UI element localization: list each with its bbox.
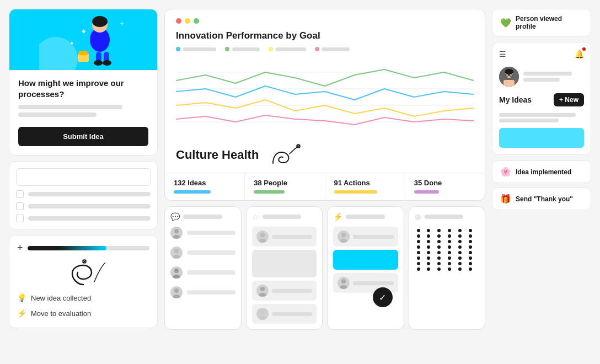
ideas-list <box>499 113 584 148</box>
bottom-card-title-ph-4 <box>425 215 464 219</box>
bottom-card-4: ⊕ <box>409 206 486 330</box>
dot-21 <box>437 245 441 249</box>
culture-title: Culture Health <box>176 148 259 162</box>
scribble-svg <box>61 257 105 290</box>
profile-role-ph <box>523 78 560 82</box>
check-badge: ✓ <box>373 287 393 307</box>
dot-10 <box>448 234 451 238</box>
culture-spiral <box>267 144 301 166</box>
card-image-ph-2 <box>252 250 317 277</box>
dot-47 <box>458 267 462 271</box>
metric-label-done: 35 Done <box>414 179 476 187</box>
filter-row-2 <box>16 202 151 210</box>
thank-you-text: Send "Thank you" <box>516 195 573 203</box>
metric-label-ideas: 132 Ideas <box>174 179 235 187</box>
chart-card: Innovation Performance by Goal <box>164 9 485 201</box>
top-notif-text: Person viewed profile <box>516 15 583 30</box>
bottom-card-header-4: ⊕ <box>415 212 480 221</box>
filter-checkbox-2[interactable] <box>16 202 24 210</box>
dot-18 <box>469 240 472 243</box>
plus-circle-icon: ⊕ <box>415 212 421 221</box>
dot-31 <box>417 256 420 260</box>
svg-point-36 <box>260 310 265 314</box>
filter-card <box>9 161 158 229</box>
filter-input[interactable] <box>16 168 151 186</box>
legend-item-1 <box>176 47 216 51</box>
avatar-2-3 <box>256 308 269 320</box>
svg-point-33 <box>259 239 266 243</box>
list-item-1-1 <box>170 227 235 239</box>
bottom-card-2: ☆ <box>246 206 323 330</box>
cyan-block <box>499 128 584 148</box>
hamburger-icon[interactable]: ☰ <box>499 50 506 58</box>
mini-card-3-1 <box>333 227 398 247</box>
mini-card-2-1 <box>252 227 317 247</box>
svg-point-28 <box>174 269 179 273</box>
mini-card-text-3-2 <box>353 281 394 285</box>
thank-you-banner[interactable]: 🎁 Send "Thank you" <box>492 188 591 210</box>
bell-badge <box>582 47 586 51</box>
mini-card-text-2-2 <box>272 289 313 293</box>
dot-11 <box>458 234 462 238</box>
spiral-svg <box>267 144 301 166</box>
idea-card-hero: ✦ ✦ ✦ <box>9 9 157 70</box>
dot-44 <box>427 267 430 271</box>
legend-dot-4 <box>315 47 319 51</box>
metric-bar-ideas <box>174 190 211 194</box>
filter-label-2 <box>28 204 151 208</box>
svg-point-27 <box>173 255 180 259</box>
dot-13 <box>417 240 420 243</box>
gift-icon: 🎁 <box>500 194 511 204</box>
right-panel: 💚 Person viewed profile ☰ 🔔 <box>492 9 591 355</box>
svg-point-34 <box>260 287 265 291</box>
my-ideas-widget: ☰ 🔔 <box>492 42 591 155</box>
filter-checkbox-1[interactable] <box>16 190 24 198</box>
window-dot-yellow <box>185 18 190 24</box>
top-notification-banner: 💚 Person viewed profile <box>492 9 591 36</box>
bell-icon[interactable]: 🔔 <box>575 50 584 58</box>
metric-bar-done <box>414 190 439 194</box>
dot-2 <box>427 229 430 232</box>
dot-40 <box>448 262 451 265</box>
bottom-card-header-2: ☆ <box>252 212 317 221</box>
window-dot-red <box>176 18 181 24</box>
progress-fill <box>28 246 107 250</box>
metric-box-people: 38 People <box>245 173 325 200</box>
filter-label-3 <box>28 216 151 221</box>
metric-bar-actions <box>334 190 378 194</box>
list-item-1-4 <box>170 286 235 298</box>
new-idea-button[interactable]: + New <box>554 93 584 106</box>
user-avatar <box>499 67 519 87</box>
svg-point-37 <box>259 316 266 320</box>
idea-implemented-banner[interactable]: 🌸 Idea implemented <box>492 160 591 183</box>
left-panel: ✦ ✦ ✦ How might we improve our processes… <box>9 9 158 355</box>
flower-icon: 🌸 <box>500 167 511 177</box>
dot-4 <box>448 229 451 232</box>
submit-idea-button[interactable]: Submit Idea <box>18 127 148 146</box>
svg-point-25 <box>173 235 180 239</box>
dot-20 <box>427 245 430 249</box>
svg-text:✦: ✦ <box>69 40 74 46</box>
filter-row-1 <box>16 190 151 198</box>
text-placeholder-1 <box>18 105 122 109</box>
svg-point-10 <box>94 60 103 66</box>
svg-text:✦: ✦ <box>81 27 87 36</box>
dot-34 <box>448 256 451 260</box>
filter-checkbox-3[interactable] <box>16 215 24 222</box>
dot-1 <box>417 229 420 232</box>
bolt-icon: ⚡ <box>17 309 26 318</box>
bulb-icon: 💡 <box>17 293 26 302</box>
legend-dot-1 <box>176 47 180 51</box>
filter-label-1 <box>28 192 151 196</box>
dot-41 <box>458 262 462 265</box>
heart-icon: 💚 <box>500 18 511 28</box>
new-idea-row: 💡 New idea collected <box>17 290 149 306</box>
svg-point-24 <box>174 229 179 233</box>
bell-container: 🔔 <box>575 49 584 59</box>
chart-area <box>176 56 474 138</box>
idea-submission-card: ✦ ✦ ✦ How might we improve our processes… <box>9 9 158 156</box>
culture-health-section: Culture Health <box>165 138 485 173</box>
bottom-card-header-1: 💬 <box>170 212 235 221</box>
list-item-1-2 <box>170 247 235 259</box>
dotted-area <box>415 227 480 273</box>
